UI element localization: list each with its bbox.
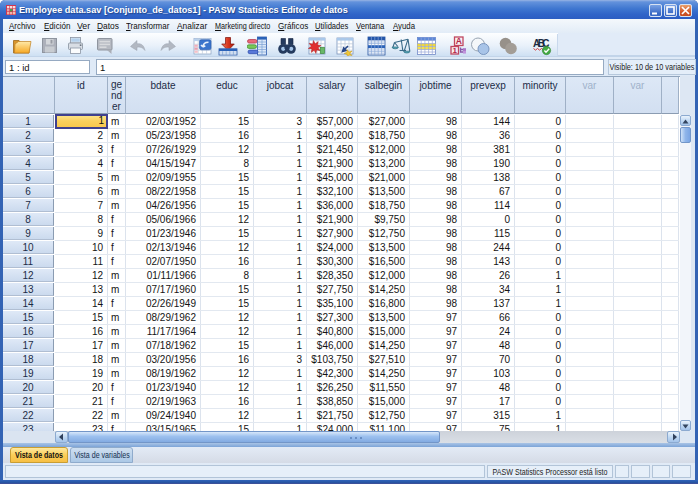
svg-text:1: 1 — [452, 46, 457, 55]
svg-text:A: A — [456, 36, 462, 46]
